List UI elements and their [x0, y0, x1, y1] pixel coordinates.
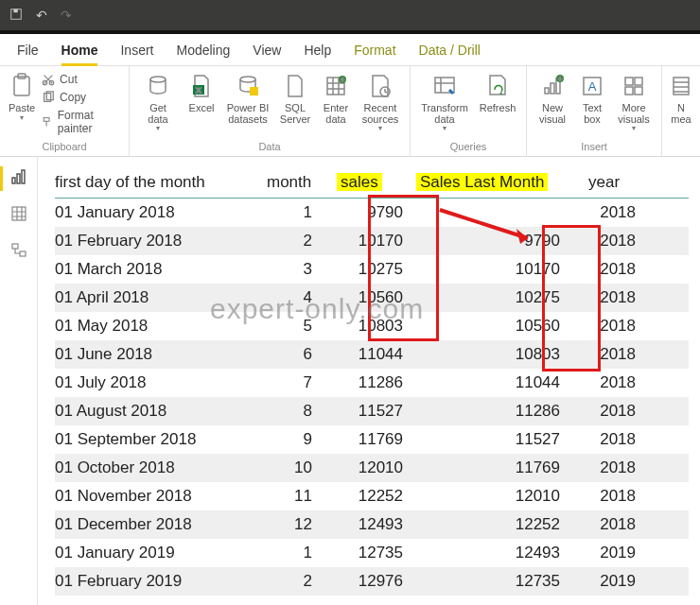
cell-c4: 10170 — [416, 260, 575, 279]
enter-data-icon: + — [322, 72, 350, 100]
col-sales-last-month[interactable]: Sales Last Month — [416, 173, 575, 192]
data-table: first day of the month month sales Sales… — [38, 157, 700, 605]
new-visual-label: New visual — [539, 103, 566, 125]
col-month[interactable]: month — [267, 173, 324, 192]
cell-c4: 11769 — [416, 458, 575, 477]
tab-view[interactable]: View — [253, 37, 281, 65]
redo-icon: ↷ — [61, 8, 72, 23]
cell-c1: 01 January 2019 — [55, 544, 254, 562]
tab-format[interactable]: Format — [354, 37, 395, 65]
chevron-down-icon: ▾ — [20, 114, 24, 122]
table-row[interactable]: 01 December 20181212493122522018 — [55, 510, 689, 539]
get-data-button[interactable]: Get data▾ — [135, 70, 181, 134]
table-row[interactable]: 01 November 20181112252120102018 — [55, 482, 689, 510]
cell-c5: 2019 — [588, 572, 636, 591]
table-row[interactable]: 01 April 2018410560102752018 — [55, 284, 689, 312]
enter-data-button[interactable]: + Enter data — [317, 70, 355, 134]
tab-data-drill[interactable]: Data / Drill — [419, 37, 481, 65]
cell-c4: 9790 — [416, 232, 575, 251]
save-icon[interactable] — [9, 8, 23, 24]
tab-help[interactable]: Help — [304, 37, 331, 65]
tab-home[interactable]: Home — [61, 37, 98, 65]
svg-rect-8 — [44, 118, 49, 122]
svg-text:A: A — [588, 79, 597, 94]
cell-c1: 01 June 2018 — [55, 345, 254, 364]
format-painter-label: Format painter — [58, 109, 119, 135]
cell-c4: 11527 — [416, 430, 575, 449]
table-row[interactable]: 01 February 201821017097902018 — [55, 227, 689, 255]
table-row[interactable]: 01 May 2018510803105602018 — [55, 312, 689, 340]
new-measure-button[interactable]: N mea — [668, 70, 694, 127]
cell-c3: 12493 — [337, 515, 403, 534]
cell-c1: 01 January 2018 — [55, 203, 254, 222]
recent-sources-button[interactable]: Recent sources▾ — [357, 70, 404, 134]
more-visuals-icon — [620, 72, 648, 100]
cell-c2: 4 — [267, 288, 324, 307]
cell-c3: 10275 — [337, 260, 403, 279]
svg-rect-29 — [635, 87, 642, 95]
transform-data-button[interactable]: Transform data▾ — [416, 70, 473, 134]
pbi-datasets-button[interactable]: Power BI datasets — [222, 70, 273, 134]
table-row[interactable]: 01 February 2019212976127352019 — [55, 567, 689, 596]
view-switcher — [0, 157, 38, 605]
col-first-day[interactable]: first day of the month — [55, 173, 254, 192]
cell-c1: 01 November 2018 — [55, 487, 254, 506]
tab-insert[interactable]: Insert — [120, 37, 153, 65]
cell-c5: 2018 — [588, 373, 636, 392]
model-view-icon[interactable] — [10, 242, 27, 262]
table-row[interactable]: 01 July 2018711286110442018 — [55, 369, 689, 397]
workspace: first day of the month month sales Sales… — [0, 157, 700, 605]
database-icon — [144, 72, 172, 100]
cell-c4: 10560 — [416, 317, 575, 336]
new-visual-button[interactable]: + New visual — [533, 70, 572, 134]
cell-c4: 12493 — [416, 544, 575, 562]
cell-c3: 12252 — [337, 487, 403, 506]
cell-c2: 6 — [267, 345, 324, 364]
format-painter-button[interactable]: Format painter — [42, 109, 119, 135]
svg-rect-27 — [635, 78, 642, 85]
table-row[interactable]: 01 October 20181012010117692018 — [55, 454, 689, 482]
ribbon: Paste ▾ Cut Copy Format painter Clipboar… — [0, 66, 700, 157]
table-row[interactable]: 01 January 2019112735124932019 — [55, 539, 689, 567]
cell-c3: 10560 — [337, 288, 403, 307]
data-view-icon[interactable] — [10, 205, 27, 225]
report-view-icon[interactable] — [10, 168, 27, 188]
cell-c3: 9790 — [337, 203, 403, 222]
cell-c4: 10803 — [416, 345, 575, 364]
cut-button[interactable]: Cut — [42, 73, 119, 86]
transform-label: Transform data — [421, 103, 468, 125]
table-row[interactable]: 01 August 2018811527112862018 — [55, 397, 689, 425]
col-year[interactable]: year — [588, 173, 636, 192]
cell-c1: 01 October 2018 — [55, 458, 254, 477]
col-sales[interactable]: sales — [337, 173, 403, 192]
svg-rect-36 — [20, 251, 26, 256]
file-menu[interactable]: File — [17, 43, 39, 58]
refresh-button[interactable]: Refresh — [475, 70, 520, 134]
ribbon-group-queries: Transform data▾ Refresh Queries — [411, 66, 527, 156]
undo-icon[interactable]: ↶ — [36, 8, 47, 23]
refresh-label: Refresh — [480, 103, 516, 114]
svg-rect-33 — [22, 170, 25, 183]
text-box-button[interactable]: A Text box — [574, 70, 610, 134]
table-row[interactable]: 01 March 2018310275101702018 — [55, 255, 689, 284]
cell-c1: 01 February 2018 — [55, 232, 254, 251]
sql-server-button[interactable]: SQL Server — [275, 70, 315, 134]
tab-modeling[interactable]: Modeling — [176, 37, 230, 65]
cell-c2: 1 — [267, 544, 324, 562]
table-row[interactable]: 01 January 2018197902018 — [55, 199, 689, 227]
table-row[interactable]: 01 June 2018611044108032018 — [55, 340, 689, 369]
more-visuals-button[interactable]: More visuals▾ — [612, 70, 656, 134]
cell-c2: 2 — [267, 232, 324, 251]
copy-button[interactable]: Copy — [42, 91, 119, 104]
cell-c3: 12010 — [337, 458, 403, 477]
svg-point-12 — [240, 77, 255, 82]
paste-button[interactable]: Paste ▾ — [6, 70, 38, 135]
excel-button[interactable]: X Excel — [183, 70, 220, 134]
group-label-queries: Queries — [416, 141, 520, 154]
svg-rect-20 — [551, 83, 554, 94]
copy-label: Copy — [60, 91, 86, 104]
table-row[interactable]: 01 September 2018911769115272018 — [55, 425, 689, 454]
clipboard-icon — [8, 72, 36, 100]
svg-rect-32 — [17, 174, 20, 183]
recent-icon — [366, 72, 394, 100]
